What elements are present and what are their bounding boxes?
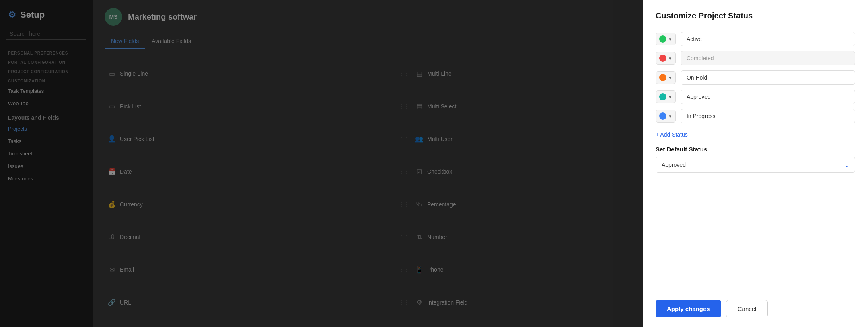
color-dot-4 (659, 112, 666, 120)
color-dot-3 (659, 93, 666, 100)
status-row: ▼ (656, 32, 855, 46)
apply-changes-button[interactable]: Apply changes (656, 300, 721, 317)
status-row: ▼ (656, 109, 855, 123)
status-row: ▼ (656, 70, 855, 85)
status-list: ▼ ▼ ▼ ▼ ▼ (656, 32, 855, 123)
color-picker-0[interactable]: ▼ (656, 33, 676, 45)
chevron-down-icon: ▼ (668, 114, 672, 119)
chevron-down-icon: ▼ (668, 95, 672, 99)
default-status-section: Set Default Status ActiveCompletedOn Hol… (656, 146, 855, 173)
color-picker-4[interactable]: ▼ (656, 110, 676, 123)
add-status-button[interactable]: + Add Status (656, 131, 855, 138)
status-row: ▼ (656, 51, 855, 65)
default-status-select-wrapper: ActiveCompletedOn HoldApprovedIn Progres… (656, 157, 855, 173)
status-row: ▼ (656, 90, 855, 104)
status-input-3[interactable] (681, 90, 855, 104)
color-picker-3[interactable]: ▼ (656, 90, 676, 103)
action-buttons: Apply changes Cancel (656, 292, 855, 317)
color-dot-2 (659, 74, 666, 81)
default-status-select[interactable]: ActiveCompletedOn HoldApprovedIn Progres… (656, 157, 855, 173)
status-input-4[interactable] (681, 109, 855, 123)
chevron-down-icon: ▼ (668, 56, 672, 61)
status-input-0[interactable] (681, 32, 855, 46)
cancel-button[interactable]: Cancel (726, 300, 768, 317)
default-status-label: Set Default Status (656, 146, 855, 153)
status-input-1[interactable] (681, 51, 855, 65)
color-dot-0 (659, 35, 666, 43)
status-input-2[interactable] (681, 70, 855, 85)
color-picker-2[interactable]: ▼ (656, 71, 676, 84)
customize-panel: Customize Project Status ▼ ▼ ▼ ▼ ▼ (643, 0, 868, 327)
color-dot-1 (659, 55, 666, 62)
chevron-down-icon: ▼ (668, 37, 672, 41)
customize-panel-title: Customize Project Status (656, 11, 855, 20)
chevron-down-icon: ▼ (668, 76, 672, 80)
color-picker-1[interactable]: ▼ (656, 52, 676, 65)
